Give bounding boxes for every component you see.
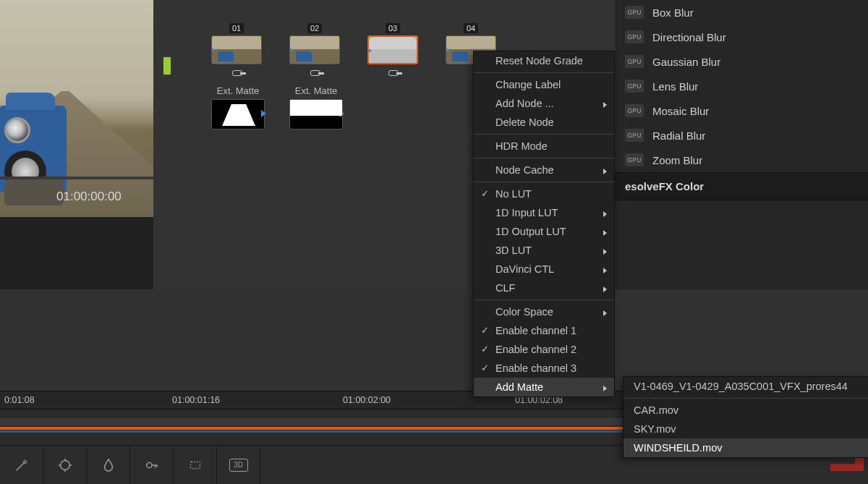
- matte-label: Ext. Matte: [289, 85, 343, 96]
- gpu-badge-icon: GPU: [625, 55, 644, 68]
- fx-radial-blur[interactable]: GPU Radial Blur: [615, 123, 868, 148]
- 3d-badge-icon: 3D: [229, 459, 248, 472]
- submenu-sky[interactable]: SKY.mov: [624, 420, 868, 438]
- conn-dot-icon: [414, 35, 418, 40]
- node-label: 03: [386, 23, 400, 33]
- fx-label: Directional Blur: [652, 31, 726, 43]
- ctx-node-cache[interactable]: Node Cache: [474, 161, 614, 179]
- conn-triangle-icon: [339, 110, 344, 117]
- node-01[interactable]: 01: [211, 23, 262, 64]
- ctx-hdr-mode[interactable]: HDR Mode: [474, 137, 614, 156]
- submenu-windsheild[interactable]: WINDSHEILD.mov: [624, 438, 868, 457]
- ctx-clf[interactable]: CLF: [474, 279, 614, 297]
- gpu-badge-icon: GPU: [625, 6, 644, 19]
- ruler-tick: 0:01:08: [4, 395, 35, 405]
- scrub-bar[interactable]: [0, 177, 153, 179]
- separator: [474, 72, 614, 73]
- target-button[interactable]: [43, 446, 87, 485]
- node-thumb-selected[interactable]: [367, 35, 418, 64]
- fx-gaussian-blur[interactable]: GPU Gaussian Blur: [615, 49, 868, 74]
- node-row: 01 02 03: [211, 23, 496, 64]
- svg-rect-2: [190, 462, 200, 468]
- ctx-enable-ch2[interactable]: Enable channel 2: [474, 340, 614, 359]
- conn-triangle-icon: [211, 46, 215, 54]
- key-icon: [388, 70, 399, 76]
- drop-button[interactable]: [87, 446, 130, 485]
- gpu-badge-icon: GPU: [625, 104, 644, 117]
- conn-triangle-icon: [261, 110, 266, 117]
- car-icon: [452, 51, 468, 61]
- headlight-icon: [4, 117, 30, 143]
- submenu-car[interactable]: CAR.mov: [624, 401, 868, 420]
- conn-dot-icon: [211, 35, 215, 39]
- ctx-davinci-ctl[interactable]: DaVinci CTL: [474, 260, 614, 279]
- separator: [474, 300, 614, 300]
- conn-dot-icon: [367, 35, 372, 40]
- ruler-tick: 01:00:02:00: [343, 395, 391, 405]
- fx-zoom-blur[interactable]: GPU Zoom Blur: [615, 148, 868, 172]
- crop-button[interactable]: [174, 446, 217, 485]
- conn-triangle-icon: [367, 47, 372, 54]
- viewer-panel: 01:00:00:00: [0, 0, 153, 217]
- 3d-button[interactable]: 3D: [217, 446, 260, 485]
- ext-matte-2[interactable]: Ext. Matte: [289, 85, 343, 130]
- conn-dot-icon: [493, 35, 496, 39]
- ctx-3d-lut[interactable]: 3D LUT: [474, 241, 614, 260]
- node-02[interactable]: 02: [289, 23, 340, 64]
- car-icon: [218, 51, 234, 61]
- gpu-badge-icon: GPU: [625, 129, 644, 142]
- ext-matte-1[interactable]: Ext. Matte: [211, 85, 265, 130]
- conn-dot-icon: [289, 35, 293, 39]
- ctx-delete-node[interactable]: Delete Node: [474, 113, 614, 132]
- fx-box-blur[interactable]: GPU Box Blur: [615, 0, 868, 25]
- separator: [624, 398, 868, 399]
- context-menu: Reset Node Grade Change Label Add Node .…: [473, 51, 615, 397]
- conn-triangle-icon: [446, 46, 449, 54]
- ctx-change-label[interactable]: Change Label: [474, 75, 614, 94]
- wheel-icon: [4, 150, 46, 192]
- fx-label: Box Blur: [652, 7, 694, 19]
- separator: [474, 182, 614, 182]
- node-label: 04: [464, 23, 478, 33]
- eyedropper-button[interactable]: [0, 446, 43, 485]
- svg-point-0: [60, 460, 69, 470]
- fx-directional-blur[interactable]: GPU Directional Blur: [615, 25, 868, 49]
- source-indicator-icon[interactable]: [163, 56, 171, 75]
- node-thumb[interactable]: [289, 35, 340, 64]
- fx-list: GPU Box Blur GPU Directional Blur GPU Ga…: [615, 0, 868, 172]
- separator: [474, 134, 614, 135]
- gpu-badge-icon: GPU: [625, 30, 644, 43]
- submenu-clip-vfx[interactable]: V1-0469_V1-0429_A035C001_VFX_prores44: [624, 377, 868, 396]
- fx-label: Lens Blur: [652, 80, 698, 93]
- fx-label: Radial Blur: [652, 130, 705, 142]
- ctx-color-space[interactable]: Color Space: [474, 302, 614, 321]
- ctx-1d-output-lut[interactable]: 1D Output LUT: [474, 222, 614, 241]
- key-button[interactable]: [130, 446, 174, 485]
- node-thumb[interactable]: [211, 35, 262, 64]
- fx-mosaic-blur[interactable]: GPU Mosaic Blur: [615, 98, 868, 123]
- viewer-car: [0, 106, 67, 192]
- effects-panel: GPU Box Blur GPU Directional Blur GPU Ga…: [615, 0, 868, 289]
- key-icon: [232, 70, 242, 76]
- ctx-1d-input-lut[interactable]: 1D Input LUT: [474, 203, 614, 222]
- matte-thumb[interactable]: [289, 99, 343, 130]
- gpu-badge-icon: GPU: [625, 153, 644, 166]
- ctx-no-lut[interactable]: No LUT: [474, 184, 614, 203]
- timeline-bg: [0, 289, 868, 391]
- fx-lens-blur[interactable]: GPU Lens Blur: [615, 74, 868, 98]
- ctx-add-matte[interactable]: Add Matte: [474, 378, 614, 396]
- viewer-image[interactable]: [0, 0, 153, 217]
- ctx-enable-ch1[interactable]: Enable channel 1: [474, 321, 614, 340]
- matte-label: Ext. Matte: [211, 85, 265, 96]
- fx-category-header[interactable]: esolveFX Color: [615, 172, 868, 200]
- ctx-enable-ch3[interactable]: Enable channel 3: [474, 359, 614, 378]
- node-03[interactable]: 03: [367, 23, 418, 64]
- node-label: 02: [307, 23, 322, 33]
- ctx-add-node[interactable]: Add Node ...: [474, 94, 614, 113]
- ctx-reset-node-grade[interactable]: Reset Node Grade: [474, 51, 614, 70]
- matte-thumb[interactable]: [211, 99, 265, 130]
- node-label: 01: [229, 23, 244, 33]
- conn-dot-icon: [336, 35, 340, 39]
- car-icon: [296, 51, 312, 61]
- separator: [474, 158, 614, 158]
